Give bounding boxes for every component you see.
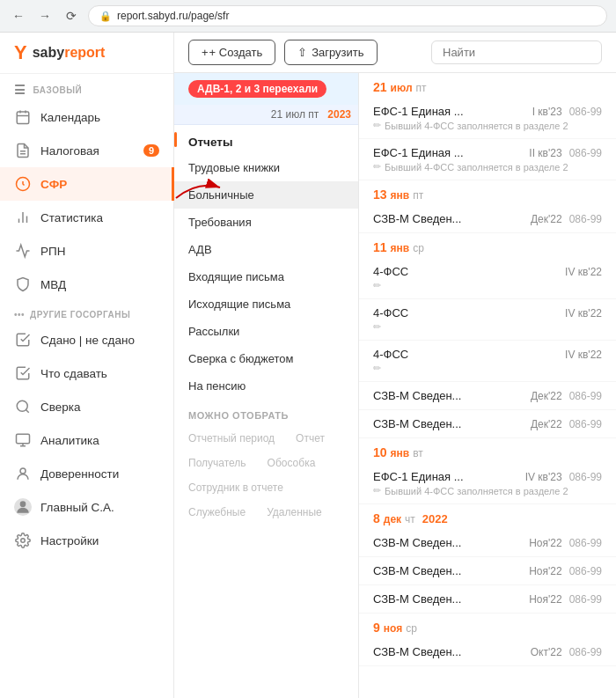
sidebar-item-analitika[interactable]: Аналитика	[0, 423, 173, 457]
report-item[interactable]: 4-ФСС IV кв'22 ✏	[359, 341, 616, 382]
doverennosti-icon	[14, 465, 32, 482]
adv-banner: АДВ-1, 2 и 3 переехали	[174, 73, 358, 105]
edit-icon: ✏	[373, 161, 381, 173]
forward-button[interactable]: →	[35, 6, 55, 26]
sidebar-item-sdano[interactable]: Сдано | не сдано	[0, 323, 173, 356]
ellipsis-icon: •••	[14, 310, 25, 320]
can-show-label: МОЖНО ОТОБРАТЬ	[174, 400, 358, 426]
analitika-label: Аналитика	[40, 434, 99, 447]
sidebar-item-statistika[interactable]: Статистика	[0, 201, 173, 234]
date-header-11jan: 11 янв ср	[359, 233, 616, 258]
hamburger-icon[interactable]: ☰	[14, 83, 26, 97]
dropdown-item-bolnichnye[interactable]: Больничные	[174, 181, 358, 209]
sverka-icon	[14, 398, 32, 415]
report-item[interactable]: СЗВ-М Сведен... Окт'22 086-99	[359, 638, 616, 666]
dropdown-item-rassylki[interactable]: Рассылки	[174, 318, 358, 345]
can-show-osobosobka[interactable]: Обособка	[268, 454, 316, 472]
can-show-sluzhebnye[interactable]: Служебные	[188, 503, 246, 521]
analitika-icon	[14, 431, 32, 449]
svg-rect-12	[17, 434, 30, 444]
glavny-label: Главный С.А.	[40, 501, 114, 514]
report-item[interactable]: СЗВ-М Сведен... Ноя'22 086-99	[359, 529, 616, 557]
dropdown-item-pensiya[interactable]: На пенсию	[174, 372, 358, 400]
toolbar: + + Создать ⇧ Загрузить	[174, 33, 616, 73]
dropdown-panel: АДВ-1, 2 и 3 переехали 21 июл пт 2023 От…	[174, 73, 359, 698]
statistika-label: Статистика	[40, 211, 103, 224]
create-button[interactable]: + + Создать	[188, 40, 275, 65]
create-label: + Создать	[209, 46, 263, 59]
reports-list: 21 июл пт ЕФС-1 Единая ... I кв'23 086-9…	[359, 73, 616, 698]
report-item[interactable]: СЗВ-М Сведен... Дек'22 086-99	[359, 205, 616, 233]
svg-rect-0	[17, 112, 29, 124]
reports-section-title: Отчеты	[174, 125, 358, 154]
calendar-label: Календарь	[40, 111, 100, 124]
report-item[interactable]: ЕФС-1 Единая ... II кв'23 086-99 ✏ Бывши…	[359, 139, 616, 180]
can-show-otchet[interactable]: Отчет	[296, 430, 325, 447]
search-input[interactable]	[431, 40, 602, 64]
report-item[interactable]: ЕФС-1 Единая ... IV кв'23 086-99 ✏ Бывши…	[359, 463, 616, 504]
sidebar-logo: Y sabyreport	[0, 33, 173, 74]
report-item[interactable]: ЕФС-1 Единая ... I кв'23 086-99 ✏ Бывший…	[359, 98, 616, 139]
sidebar: Y sabyreport ☰ БАЗОВЫЙ Календарь Налогов…	[0, 33, 174, 698]
sdano-label: Сдано | не сдано	[40, 334, 135, 347]
url-text: report.sabyd.ru/page/sfr	[117, 10, 229, 22]
sidebar-item-calendar[interactable]: Календарь	[0, 100, 173, 134]
sidebar-item-nalog[interactable]: Налоговая 9	[0, 134, 173, 167]
svg-point-16	[20, 501, 26, 507]
section-active-bar	[174, 132, 177, 147]
nalog-label: Налоговая	[40, 144, 99, 158]
upload-button[interactable]: ⇧ Загрузить	[284, 40, 377, 65]
sidebar-item-glavny[interactable]: Главный С.А.	[0, 490, 173, 524]
sidebar-item-rpn[interactable]: РПН	[0, 234, 173, 268]
nalog-icon	[14, 142, 32, 159]
settings-icon	[14, 532, 32, 549]
report-item[interactable]: СЗВ-М Сведен... Дек'22 086-99	[359, 410, 616, 438]
statistika-icon	[14, 209, 32, 226]
logo-icon: Y	[14, 43, 27, 62]
adv-badge[interactable]: АДВ-1, 2 и 3 переехали	[188, 80, 326, 98]
active-indicator	[172, 167, 174, 201]
nalog-badge: 9	[143, 144, 159, 157]
can-show-period[interactable]: Отчетный период	[188, 430, 275, 447]
sidebar-item-mvd[interactable]: МВД	[0, 268, 173, 301]
dropdown-item-vhodyashie[interactable]: Входящие письма	[174, 263, 358, 290]
address-bar[interactable]: 🔒 report.sabyd.ru/page/sfr	[88, 5, 607, 26]
calendar-icon	[14, 108, 32, 126]
can-show-udalennye[interactable]: Удаленные	[267, 503, 322, 521]
edit-icon: ✏	[373, 363, 381, 374]
report-item[interactable]: 4-ФСС IV кв'22 ✏	[359, 258, 616, 299]
refresh-button[interactable]: ⟳	[62, 6, 81, 26]
report-item[interactable]: СЗВ-М Сведен... Ноя'22 086-99	[359, 585, 616, 614]
plus-icon: +	[202, 46, 209, 59]
avatar	[14, 498, 32, 516]
mvd-icon	[14, 276, 32, 293]
content-area: АДВ-1, 2 и 3 переехали 21 июл пт 2023 От…	[174, 73, 616, 698]
doverennosti-label: Доверенности	[40, 467, 119, 481]
dropdown-item-adv[interactable]: АДВ	[174, 236, 358, 263]
can-show-sotrudnik[interactable]: Сотрудник в отчете	[188, 479, 283, 496]
can-show-poluchatel[interactable]: Получатель	[188, 454, 246, 472]
date-header-10jan: 10 янв вт	[359, 438, 616, 463]
dropdown-item-trebovaniya[interactable]: Требования	[174, 209, 358, 236]
edit-icon: ✏	[373, 280, 381, 291]
sidebar-item-nastroyki[interactable]: Настройки	[0, 524, 173, 557]
dropdown-item-trudovye[interactable]: Трудовые книжки	[174, 154, 358, 181]
report-item[interactable]: СЗВ-М Сведен... Дек'22 086-99	[359, 382, 616, 410]
reports-section: Отчеты	[174, 125, 358, 154]
sidebar-item-sfr[interactable]: СФР	[0, 167, 173, 201]
chto-sdavat-label: Что сдавать	[40, 367, 107, 380]
edit-icon: ✏	[373, 120, 381, 131]
back-button[interactable]: ←	[9, 6, 28, 26]
upload-icon: ⇧	[297, 46, 307, 59]
browser-chrome: ← → ⟳ 🔒 report.sabyd.ru/page/sfr	[0, 0, 616, 33]
svg-line-11	[26, 409, 28, 412]
sidebar-item-doverennosti[interactable]: Доверенности	[0, 457, 173, 490]
sverka-label: Сверка	[40, 400, 81, 414]
dropdown-item-sverka[interactable]: Сверка с бюджетом	[174, 345, 358, 372]
report-item[interactable]: СЗВ-М Сведен... Ноя'22 086-99	[359, 557, 616, 585]
dropdown-item-ishodyashie[interactable]: Исходящие письма	[174, 290, 358, 318]
report-item[interactable]: 4-ФСС IV кв'22 ✏	[359, 299, 616, 341]
logo-text: sabyreport	[33, 45, 106, 61]
sidebar-item-chto-sdavat[interactable]: Что сдавать	[0, 356, 173, 390]
sidebar-item-sverka[interactable]: Сверка	[0, 390, 173, 423]
